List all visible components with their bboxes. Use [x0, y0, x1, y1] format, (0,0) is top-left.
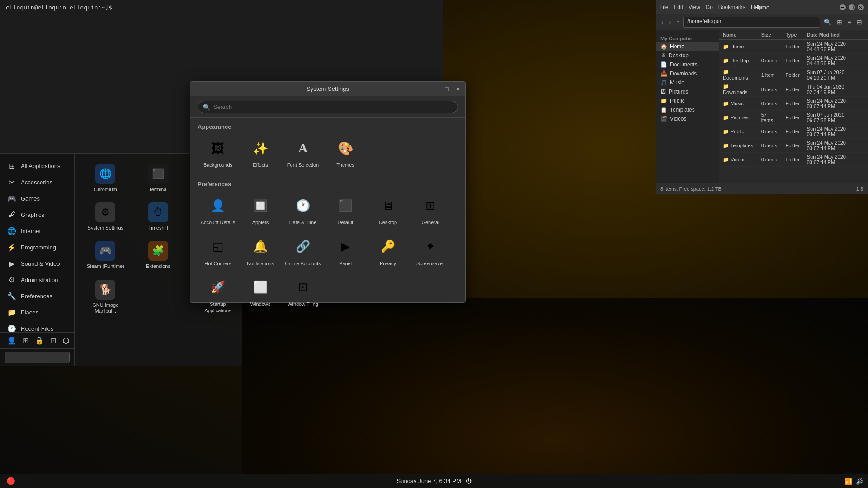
close-button[interactable]: × [858, 4, 864, 10]
category-item-recent-files[interactable]: 🕐Recent Files [0, 320, 74, 332]
fm-menu-file[interactable]: File [660, 4, 668, 10]
sidebar-item-desktop[interactable]: 🖥 Desktop [656, 51, 719, 60]
category-label: Accessories [21, 179, 52, 186]
category-item-graphics[interactable]: 🖌Graphics [0, 206, 74, 223]
ss-pref-privacy[interactable]: 🔑 Privacy [368, 231, 408, 270]
user-icon-btn[interactable]: 👤 [7, 336, 16, 345]
public-icon: 📁 [660, 98, 667, 104]
table-row[interactable]: 📁 Desktop0 itemsFolderSun 24 May 2020 04… [719, 54, 868, 68]
ss-minimize-btn[interactable]: − [432, 85, 439, 93]
power-icon-btn[interactable]: ⏻ [62, 336, 70, 345]
ss-pref-screensaver[interactable]: ✦ Screensaver [410, 231, 451, 270]
table-row[interactable]: 📁 Music0 itemsFolderSun 24 May 2020 03:0… [719, 97, 868, 111]
category-item-internet[interactable]: 🌐Internet [0, 223, 74, 239]
ss-appearance-font-selection[interactable]: A Font Selection [283, 133, 323, 172]
ss-search-input[interactable] [198, 101, 458, 113]
category-item-games[interactable]: 🎮Games [0, 190, 74, 206]
ss-pref-applets[interactable]: 🔲 Applets [240, 190, 281, 229]
sidebar-item-videos[interactable]: 🎬 Videos [656, 114, 719, 123]
app-icon-wrapper: ⬛ [147, 163, 169, 185]
fm-menu-go[interactable]: Go [706, 4, 713, 10]
search-input[interactable] [5, 352, 70, 363]
forward-button[interactable]: › [667, 17, 673, 28]
ss-pref-windows[interactable]: ⬜ Windows [240, 272, 281, 318]
fm-menu-view[interactable]: View [689, 4, 700, 10]
app-item-steam-(runtime)[interactable]: 🎮 Steam (Runtime) [79, 235, 132, 274]
ss-item-icon: 🖥 [377, 195, 399, 216]
search-button[interactable]: 🔍 [822, 17, 833, 28]
view-compact-button[interactable]: ⊟ [855, 17, 864, 28]
ss-appearance-effects[interactable]: ✨ Effects [240, 133, 281, 172]
sidebar-item-pictures[interactable]: 🖼 Pictures [656, 87, 719, 96]
maximize-button[interactable]: □ [849, 4, 855, 10]
col-size[interactable]: Size [758, 30, 782, 40]
table-row[interactable]: 📁 Documents1 itemFolderSun 07 Jun 2020 0… [719, 68, 868, 82]
category-item-accessories[interactable]: ✂Accessories [0, 174, 74, 190]
category-icon: ▶ [7, 259, 16, 268]
ss-appearance-backgrounds[interactable]: 🖼 Backgrounds [198, 133, 238, 172]
ss-item-icon: 🔲 [250, 195, 271, 216]
category-item-programming[interactable]: ⚡Programming [0, 239, 74, 255]
ss-maximize-btn[interactable]: □ [443, 85, 450, 93]
minimize-button[interactable]: − [840, 4, 846, 10]
ss-pref-panel[interactable]: ▶ Panel [325, 231, 366, 270]
col-date[interactable]: Date Modified [803, 30, 868, 40]
app-item-extensions[interactable]: 🧩 Extensions [132, 235, 185, 274]
ss-pref-default[interactable]: ⬛ Default [325, 190, 366, 229]
ss-appearance-themes[interactable]: 🎨 Themes [325, 133, 366, 172]
table-row[interactable]: 📁 Public0 itemsFolderSun 24 May 2020 03:… [719, 125, 868, 139]
ss-pref-notifications[interactable]: 🔔 Notifications [240, 231, 281, 270]
ss-item-icon: 🕐 [292, 195, 314, 216]
volume-icon[interactable]: 🔊 [856, 478, 863, 485]
sidebar-item-public[interactable]: 📁 Public [656, 96, 719, 105]
table-row[interactable]: 📁 Downloads8 itemsFolderThu 04 Jun 2020 … [719, 82, 868, 97]
table-row[interactable]: 📁 HomeFolderSun 24 May 2020 04:48:56 PM [719, 40, 868, 54]
app-item-gnu-image-manipul...[interactable]: 🐕 GNU Image Manipul... [79, 274, 132, 319]
table-row[interactable]: 📁 Videos0 itemsFolderSun 24 May 2020 03:… [719, 153, 868, 167]
ss-item-label: Hot Corners [204, 260, 231, 267]
sidebar-item-templates[interactable]: 📋 Templates [656, 105, 719, 114]
ss-item-label: Default [338, 219, 354, 225]
category-item-places[interactable]: 📁Places [0, 304, 74, 320]
ss-pref-desktop[interactable]: 🖥 Desktop [368, 190, 408, 229]
ss-pref-general[interactable]: ⊞ General [410, 190, 451, 229]
app-item-terminal[interactable]: ⬛ Terminal [132, 159, 185, 197]
ss-pref-date-&-time[interactable]: 🕐 Date & Time [283, 190, 323, 229]
sidebar-item-documents[interactable]: 📄 Documents [656, 60, 719, 69]
sidebar-item-home[interactable]: 🏠 Home [656, 42, 719, 51]
category-item-administration[interactable]: ⚙Administration [0, 272, 74, 288]
ss-pref-account-details[interactable]: 👤 Account Details [198, 190, 238, 229]
view-icons-button[interactable]: ⊞ [835, 17, 844, 28]
table-row[interactable]: 📁 Pictures57 itemsFolderSun 07 Jun 2020 … [719, 111, 868, 125]
up-button[interactable]: ↑ [675, 17, 681, 28]
ss-pref-window-tiling[interactable]: ⊡ Window Tiling [283, 272, 323, 318]
ss-pref-startup-applications[interactable]: 🚀 Startup Applications [198, 272, 238, 318]
sidebar-item-downloads[interactable]: 📥 Downloads [656, 69, 719, 78]
ss-pref-hot-corners[interactable]: ◱ Hot Corners [198, 231, 238, 270]
app-item-chromium[interactable]: 🌐 Chromium [79, 159, 132, 197]
path-bar[interactable]: /home/elloquin [683, 17, 820, 28]
taskbar-menu-btn[interactable]: 🔴 [5, 475, 17, 488]
apps-icon-btn[interactable]: ⊞ [23, 336, 28, 345]
fm-menu-edit[interactable]: Edit [674, 4, 683, 10]
app-item-timeshift[interactable]: ⏱ Timeshift [132, 197, 185, 235]
ss-close-btn[interactable]: × [454, 85, 462, 93]
col-type[interactable]: Type [782, 30, 803, 40]
app-item-system-settings[interactable]: ⚙ System Settings [79, 197, 132, 235]
category-item-sound-&-video[interactable]: ▶Sound & Video [0, 255, 74, 272]
ss-item-label: Font Selection [287, 162, 319, 168]
category-item-preferences[interactable]: 🔧Preferences [0, 288, 74, 304]
category-label: Internet [21, 228, 41, 235]
table-row[interactable]: 📁 Templates0 itemsFolderSun 24 May 2020 … [719, 139, 868, 153]
fm-menu-bookmarks[interactable]: Bookmarks [718, 4, 745, 10]
sidebar-item-music[interactable]: 🎵 Music [656, 78, 719, 87]
category-item-all-applications[interactable]: ⊞All Applications [0, 158, 74, 174]
filemanager-window[interactable]: File Edit View Go Bookmarks Help Home − … [656, 0, 868, 194]
col-name[interactable]: Name [719, 30, 758, 40]
view-list-button[interactable]: ≡ [846, 17, 853, 28]
switch-icon-btn[interactable]: ⊡ [50, 336, 56, 345]
lock-icon-btn[interactable]: 🔒 [35, 336, 44, 345]
ss-pref-online-accounts[interactable]: 🔗 Online Accounts [283, 231, 323, 270]
back-button[interactable]: ‹ [660, 17, 665, 28]
system-settings-window[interactable]: System Settings − □ × 🔍 Appearance 🖼 Bac… [190, 81, 466, 303]
